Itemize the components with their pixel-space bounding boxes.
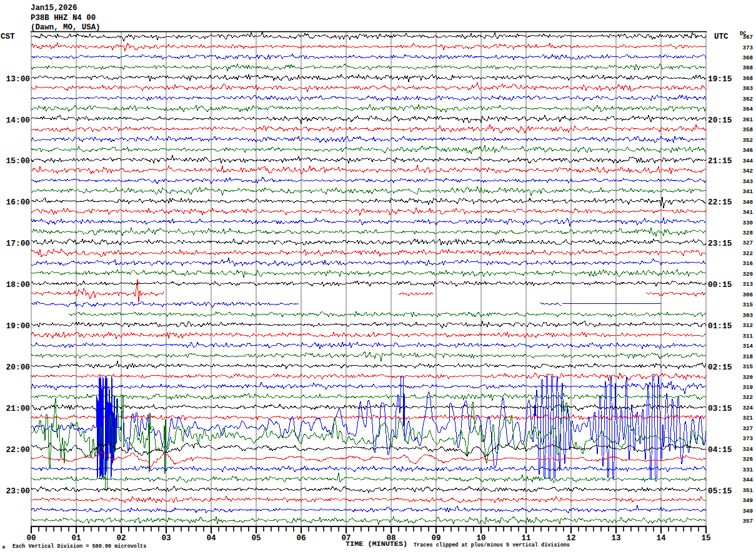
svg-text:06: 06 — [296, 534, 306, 543]
svg-text:13:00: 13:00 — [6, 74, 30, 84]
svg-text:343: 343 — [742, 178, 753, 185]
svg-text:313: 313 — [742, 281, 753, 288]
svg-text:Traces clipped at plus/minus 5: Traces clipped at plus/minus 5 vertical … — [414, 542, 570, 548]
svg-text:322: 322 — [742, 394, 753, 401]
svg-text:05: 05 — [251, 534, 261, 543]
svg-text:318: 318 — [742, 353, 753, 360]
svg-text:00:15: 00:15 — [708, 280, 732, 290]
svg-text:342: 342 — [742, 168, 753, 174]
svg-text:373: 373 — [742, 44, 753, 51]
svg-text:15:00: 15:00 — [6, 156, 30, 166]
svg-text:16:00: 16:00 — [6, 198, 30, 207]
svg-text:319: 319 — [742, 384, 753, 391]
svg-text:331: 331 — [742, 466, 753, 473]
svg-text:316: 316 — [742, 260, 753, 267]
svg-text:Each Vertical Division = 500.: Each Vertical Division = 500.00 microvol… — [12, 543, 146, 550]
svg-text:21:15: 21:15 — [708, 156, 732, 166]
svg-text:05:15: 05:15 — [708, 486, 732, 496]
svg-text:04: 04 — [206, 534, 216, 543]
svg-text:344: 344 — [742, 476, 753, 483]
svg-text:314: 314 — [742, 343, 753, 350]
svg-text:22:00: 22:00 — [6, 445, 30, 455]
svg-text:344: 344 — [742, 158, 753, 164]
svg-text:M: M — [2, 546, 5, 550]
svg-text:341: 341 — [742, 209, 753, 216]
svg-text:327: 327 — [742, 239, 753, 246]
svg-text:19:15: 19:15 — [708, 74, 732, 84]
svg-text:(Dawn, MO, USA): (Dawn, MO, USA) — [31, 23, 101, 32]
svg-text:01:15: 01:15 — [708, 321, 732, 331]
svg-text:324: 324 — [742, 405, 753, 411]
svg-text:346: 346 — [742, 147, 753, 154]
svg-text:23:00: 23:00 — [6, 486, 30, 496]
svg-text:368: 368 — [742, 64, 753, 71]
svg-text:349: 349 — [742, 508, 753, 515]
svg-text:CST: CST — [1, 33, 15, 41]
svg-text:330: 330 — [742, 219, 753, 226]
svg-text:Jan15,2026: Jan15,2026 — [31, 4, 77, 13]
svg-text:12: 12 — [566, 534, 575, 543]
svg-text:18:00: 18:00 — [6, 280, 30, 290]
svg-text:357: 357 — [742, 518, 753, 525]
svg-text:09: 09 — [431, 534, 440, 543]
svg-text:367: 367 — [742, 34, 753, 41]
svg-text:13: 13 — [611, 534, 620, 543]
svg-text:352: 352 — [742, 137, 753, 144]
svg-text:322: 322 — [742, 250, 753, 257]
svg-text:00: 00 — [26, 534, 36, 543]
svg-text:328: 328 — [742, 229, 753, 236]
svg-text:02: 02 — [116, 534, 126, 543]
svg-text:324: 324 — [742, 446, 753, 453]
svg-text:349: 349 — [742, 497, 753, 504]
svg-text:340: 340 — [742, 199, 753, 206]
svg-text:TIME (MINUTES): TIME (MINUTES) — [346, 540, 407, 548]
svg-text:373: 373 — [742, 435, 753, 442]
svg-text:21:00: 21:00 — [6, 404, 30, 413]
svg-text:315: 315 — [742, 363, 753, 370]
svg-text:368: 368 — [742, 54, 753, 61]
svg-text:341: 341 — [742, 188, 753, 195]
svg-text:17:00: 17:00 — [6, 239, 30, 248]
svg-text:327: 327 — [742, 425, 753, 432]
svg-text:15: 15 — [701, 534, 710, 543]
svg-text:361: 361 — [742, 116, 753, 123]
svg-text:320: 320 — [742, 374, 753, 381]
svg-text:04:15: 04:15 — [708, 445, 732, 455]
svg-text:01: 01 — [71, 534, 81, 543]
svg-text:311: 311 — [742, 333, 753, 340]
svg-text:P38B HHZ N4 00: P38B HHZ N4 00 — [31, 14, 96, 23]
svg-text:368: 368 — [742, 75, 753, 82]
svg-text:320: 320 — [742, 271, 753, 278]
svg-text:02:15: 02:15 — [708, 363, 732, 372]
svg-text:364: 364 — [742, 106, 753, 113]
svg-text:10: 10 — [476, 534, 485, 543]
svg-text:19:00: 19:00 — [6, 321, 30, 331]
svg-text:363: 363 — [742, 85, 753, 92]
svg-text:23:15: 23:15 — [708, 239, 732, 248]
svg-text:326: 326 — [742, 456, 753, 463]
svg-text:UTC: UTC — [714, 33, 729, 41]
svg-text:03:15: 03:15 — [708, 404, 732, 413]
svg-text:351: 351 — [742, 487, 753, 494]
svg-text:306: 306 — [742, 291, 753, 298]
svg-text:03: 03 — [161, 534, 171, 543]
svg-text:358: 358 — [742, 126, 753, 133]
svg-text:321: 321 — [742, 415, 753, 421]
svg-text:312: 312 — [742, 322, 753, 329]
svg-text:20:15: 20:15 — [708, 116, 732, 125]
svg-text:303: 303 — [742, 312, 753, 319]
svg-text:315: 315 — [742, 301, 753, 308]
svg-text:20:00: 20:00 — [6, 363, 30, 372]
svg-text:362: 362 — [742, 96, 753, 103]
svg-text:22:15: 22:15 — [708, 198, 732, 207]
svg-text:14:00: 14:00 — [6, 116, 30, 125]
svg-text:11: 11 — [521, 534, 531, 543]
svg-text:14: 14 — [656, 534, 666, 543]
